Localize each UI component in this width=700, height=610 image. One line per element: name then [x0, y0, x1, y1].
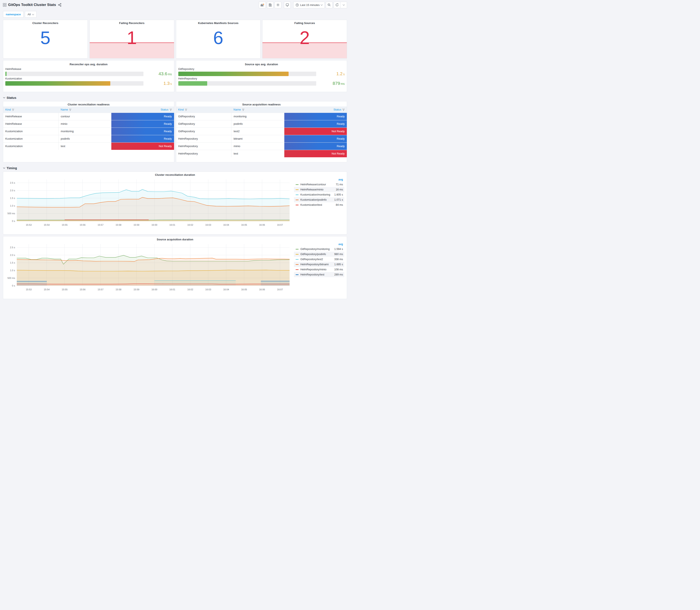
legend-item[interactable]: Kustomization/podinfo 1.071 s [294, 197, 344, 202]
panel-cluster-reconciliation-duration: Cluster reconciliation duration0 s500 ms… [3, 172, 347, 235]
table-panel: Cluster reconciliation readiness Kind Na… [3, 101, 174, 162]
series-color-dash [296, 205, 298, 205]
series-color-dash [296, 199, 298, 200]
legend-item[interactable]: HelmRepository/test 289 ms [294, 272, 344, 277]
svg-text:1.0 s: 1.0 s [10, 269, 15, 272]
bar-gauge-panel: Reconciler ops avg. durationHelmRelease … [3, 60, 174, 92]
column-header-status[interactable]: Status [284, 107, 347, 113]
gauge-value: 1.2s [319, 71, 345, 76]
legend-item[interactable]: HelmRelease/contour 71 ms [294, 182, 344, 187]
add-panel-button[interactable] [259, 2, 266, 8]
cell-kind: HelmRepository [176, 150, 231, 157]
legend-item[interactable]: GitRepository/test2 338 ms [294, 257, 344, 262]
status-badge: Ready [111, 128, 174, 135]
column-header-kind[interactable]: Kind [176, 107, 231, 113]
series-name[interactable]: Kustomization/podinfo [300, 198, 334, 201]
save-dashboard-button[interactable] [267, 2, 274, 8]
svg-text:1.0 s: 1.0 s [10, 205, 15, 207]
series-name[interactable]: HelmRepository/bitnami [300, 263, 334, 266]
legend-avg-header[interactable]: avg [294, 242, 344, 246]
series-color-dash [296, 274, 298, 275]
svg-text:15:58: 15:58 [116, 224, 121, 226]
svg-text:16:06: 16:06 [259, 224, 265, 226]
monitor-icon [286, 3, 289, 6]
cell-name: minio [231, 142, 284, 150]
svg-text:16:03: 16:03 [205, 224, 211, 226]
column-header-name[interactable]: Name [231, 107, 284, 113]
series-color-dash [296, 184, 298, 185]
column-header-status[interactable]: Status [111, 107, 174, 113]
column-header-name[interactable]: Name [59, 107, 111, 113]
svg-text:2.5 s: 2.5 s [10, 246, 15, 249]
gauge-track [178, 81, 316, 86]
series-color-dash [296, 189, 298, 190]
svg-text:1.5 s: 1.5 s [10, 197, 15, 199]
svg-text:16:04: 16:04 [223, 224, 229, 226]
table-row: Kustomization monitoring Ready [3, 128, 174, 135]
share-icon[interactable] [58, 3, 61, 6]
gauge-track [5, 81, 144, 86]
series-name[interactable]: HelmRelease/contour [300, 183, 336, 186]
legend-item[interactable]: Kustomization/test 84 ms [294, 202, 344, 207]
svg-text:16:07: 16:07 [277, 288, 283, 291]
dashboard-settings-button[interactable] [275, 2, 281, 8]
chart-plot[interactable]: 0 s500 ms1.0 s1.5 s2.0 s2.5 s15:5315:541… [5, 177, 292, 228]
filter-icon [12, 109, 14, 111]
series-name[interactable]: HelmRepository/test [300, 273, 334, 276]
svg-text:15:53: 15:53 [26, 288, 31, 291]
svg-text:2.0 s: 2.0 s [10, 189, 15, 192]
series-color-dash [296, 269, 298, 270]
cell-kind: HelmRepository [176, 142, 231, 150]
legend-item[interactable]: GitRepository/podinfo 980 ms [294, 252, 344, 257]
series-name[interactable]: GitRepository/podinfo [300, 253, 334, 256]
add-panel-icon [261, 3, 264, 6]
series-name[interactable]: GitRepository/monitoring [300, 247, 334, 251]
svg-text:16:03: 16:03 [205, 288, 211, 291]
series-avg-value: 1.594 s [334, 247, 343, 251]
series-name[interactable]: HelmRepository/minio [300, 268, 334, 271]
svg-text:0 s: 0 s [12, 284, 15, 287]
cell-kind: Kustomization [3, 128, 59, 135]
cell-kind: HelmRelease [3, 113, 59, 120]
chart-plot[interactable]: 0 s500 ms1.0 s1.5 s2.0 s2.5 s15:5315:541… [5, 241, 292, 293]
cell-kind: Kustomization [3, 135, 59, 142]
svg-text:1.5 s: 1.5 s [10, 261, 15, 264]
zoom-out-time-button[interactable] [326, 2, 332, 8]
legend-item[interactable]: HelmRelease/minio 16 ms [294, 187, 344, 192]
series-name[interactable]: GitRepository/test2 [300, 258, 334, 261]
namespace-filter-label: namespace [3, 11, 23, 18]
tables-row: Cluster reconciliation readiness Kind Na… [2, 101, 348, 162]
cell-name: podinfo [231, 120, 284, 128]
svg-text:16:04: 16:04 [223, 288, 229, 291]
section-status[interactable]: Status [2, 94, 348, 101]
dashboard-grid-icon[interactable] [3, 3, 6, 6]
status-badge: Not Ready [284, 128, 347, 135]
refresh-interval-dropdown[interactable] [340, 2, 347, 8]
panel-title: Kubernetes Manifests Sources [176, 20, 261, 25]
series-avg-value: 1.695 s [334, 263, 343, 266]
legend-item[interactable]: HelmRepository/bitnami 1.695 s [294, 262, 344, 267]
variable-filters: namespace All [2, 10, 348, 20]
time-range-picker[interactable]: Last 15 minutes [293, 2, 325, 8]
series-name[interactable]: Kustomization/monitoring [300, 193, 334, 196]
cell-name: test2 [231, 128, 284, 135]
column-header-kind[interactable]: Kind [3, 107, 59, 113]
cell-name: bitnami [231, 135, 284, 142]
svg-text:16:01: 16:01 [169, 224, 175, 226]
tv-mode-button[interactable] [284, 2, 291, 8]
panel-title: Cluster reconciliation duration [5, 172, 345, 177]
namespace-filter-value[interactable]: All [25, 11, 36, 18]
svg-text:2.0 s: 2.0 s [10, 254, 15, 256]
legend-item[interactable]: GitRepository/monitoring 1.594 s [294, 246, 344, 252]
legend-item[interactable]: Kustomization/monitoring 1.605 s [294, 192, 344, 197]
gauge-fill [178, 81, 207, 86]
refresh-button[interactable] [333, 2, 340, 8]
series-name[interactable]: Kustomization/test [300, 204, 336, 206]
section-timing[interactable]: Timing [2, 164, 348, 172]
legend-item[interactable]: HelmRepository/minio 108 ms [294, 267, 344, 272]
gauge-fill [5, 81, 110, 86]
legend-avg-header[interactable]: avg [294, 178, 344, 182]
cell-name: minio [59, 120, 111, 128]
status-badge: Ready [111, 120, 174, 128]
series-name[interactable]: HelmRelease/minio [300, 188, 336, 191]
